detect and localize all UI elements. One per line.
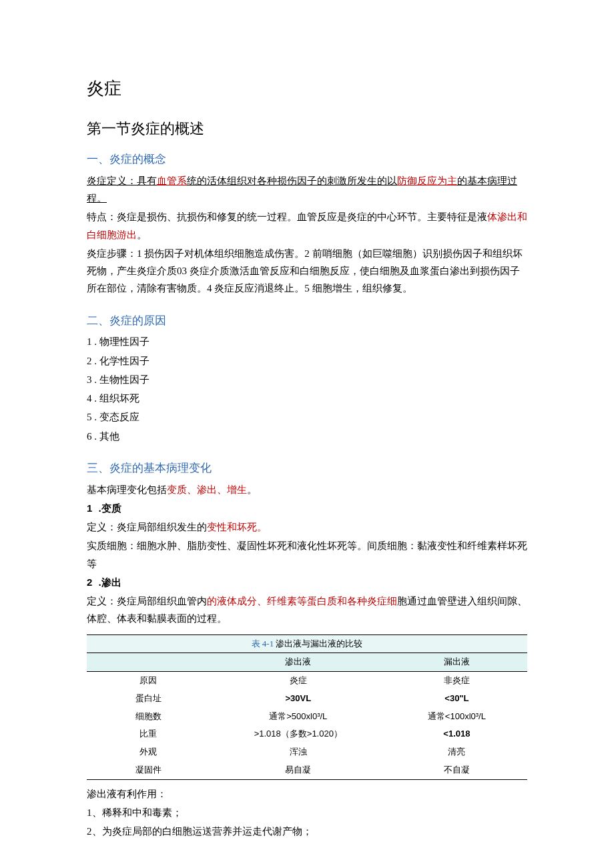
intro-pre: 基本病理变化包括 [87,484,167,495]
p1-num: 1 [87,500,96,517]
p1-def-pre: 定义：炎症局部组织发生的 [87,522,207,532]
steps-text: 炎症步骤：1 损伤因子对机体组织细胞造成伤害。2 前哨细胞（如巨噬细胞）识别损伤… [87,245,527,298]
comparison-table: 表 4-1 渗出液与漏出液的比较 渗出液 漏出液 原因 炎症 非炎症 蛋白址 >… [87,634,527,780]
caption-text: 渗出液与漏出液的比较 [276,638,362,648]
table-row: 蛋白址 >30VL <30"L [87,690,527,708]
cell: 凝固件 [87,761,210,779]
list-item: 2 . 化学性因子 [87,352,527,370]
list-item: 5 . 变态反应 [87,408,527,426]
cell: 不自凝 [386,761,527,779]
table-row: 细胞数 通常>500xl0³/L 通常<100xl0³/L [87,708,527,726]
sub-2-heading: 二、炎症的原因 [87,311,527,331]
def-mid: 统的活体组织对各种损伤因子的刺激所发生的以 [187,175,397,186]
cell: 蛋白址 [87,690,210,708]
table-caption: 表 4-1 渗出液与漏出液的比较 [87,634,527,653]
after2: 1、稀释和中和毒素； [87,804,527,821]
document-page: 炎症 第一节炎症的概述 一、炎症的概念 炎症定义：具有血管系统的活体组织对各种损… [0,0,614,868]
p2-heading: 2 .渗出 [87,574,527,591]
cell: 外观 [87,743,210,761]
def-red1: 血管系 [157,175,187,186]
feat-post: 。 [137,230,147,240]
cell: 比重 [87,725,210,743]
cell: <30"L [386,690,527,708]
th-col1: 渗出液 [210,653,386,672]
cell: 通常<100xl0³/L [386,708,527,726]
cell: 通常>500xl0³/L [210,708,386,726]
cell: >1.018（多数>1.020） [210,725,386,743]
list-item: 6 . 其他 [87,428,527,445]
cell: 非炎症 [386,672,527,690]
sub-3-heading: 三、炎症的基本病理变化 [87,458,527,478]
list-item: 4 . 组织坏死 [87,390,527,407]
p2-def-red: 的液体成分、纤维素等蛋白质和各种炎症细 [207,596,397,606]
p2-num: 2 [87,574,96,591]
table-row: 凝固件 易自凝 不自凝 [87,761,527,779]
p2-title: .渗出 [96,577,121,588]
table-row: 比重 >1.018（多数>1.020） <1.018 [87,725,527,743]
after3: 2、为炎症局部的白细胞运送营养并运走代谢产物； [87,823,527,840]
def-pre: 炎症定义：具有 [87,175,157,186]
cell: 浑浊 [210,743,386,761]
p2-def-pre: 定义：炎症局部组织血管内 [87,596,207,606]
cell: 易自凝 [210,761,386,779]
doc-title: 炎症 [87,73,527,104]
caption-pre: 表 4-1 [252,638,276,648]
p1-heading: 1 .变质 [87,500,527,517]
sub-1-heading: 一、炎症的概念 [87,149,527,169]
feature-line: 特点：炎症是损伤、抗损伤和修复的统一过程。血管反应是炎症的中心环节。主要特征是液… [87,208,527,244]
feat-pre: 特点：炎症是损伤、抗损伤和修复的统一过程。血管反应是炎症的中心环节。主要特征是液 [87,211,487,222]
def-red2: 防御反应为主 [397,175,457,186]
p1-title: .变质 [96,503,121,514]
th-blank [87,653,210,672]
p1-def: 定义：炎症局部组织发生的变性和坏死。 [87,518,527,536]
cell: 细胞数 [87,708,210,726]
table-row: 原因 炎症 非炎症 [87,672,527,690]
table-row: 外观 浑浊 清亮 [87,743,527,761]
definition-line: 炎症定义：具有血管系统的活体组织对各种损伤因子的刺激所发生的以防御反应为主的基本… [87,172,527,207]
th-col2: 漏出液 [386,653,527,672]
sub3-intro: 基本病理变化包括变质、渗出、增生。 [87,481,527,498]
cell: <1.018 [386,725,527,743]
intro-post: 。 [247,484,257,495]
after1: 渗出液有利作用： [87,785,527,803]
p2-def: 定义：炎症局部组织血管内的液体成分、纤维素等蛋白质和各种炎症细胞通过血管壁进入组… [87,592,527,628]
cell: 原因 [87,672,210,690]
cause-list: 1 . 物理性因子 2 . 化学性因子 3 . 生物性因子 4 . 组织坏死 5… [87,333,527,445]
p1-def-red: 变性和坏死。 [207,522,267,532]
cell: 炎症 [210,672,386,690]
p1-body: 实质细胞：细胞水肿、脂肪变性、凝固性坏死和液化性坏死等。间质细胞：黏液变性和纤维… [87,537,527,572]
cell: 清亮 [386,743,527,761]
cell: >30VL [210,690,386,708]
list-item: 3 . 生物性因子 [87,371,527,388]
list-item: 1 . 物理性因子 [87,333,527,350]
intro-red: 变质、渗出、增生 [167,484,247,495]
section-1-heading: 第一节炎症的概述 [87,116,527,142]
